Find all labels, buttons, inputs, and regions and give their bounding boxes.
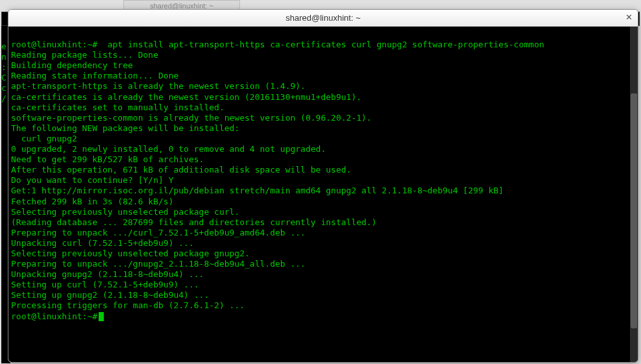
output-line: Setting up curl (7.52.1-5+deb9u9) ... xyxy=(11,280,199,289)
output-line: Fetched 299 kB in 3s (82.6 kB/s) xyxy=(11,197,173,206)
scrollbar[interactable] xyxy=(630,27,638,362)
output-line: Selecting previously unselected package … xyxy=(11,207,239,217)
output-line: curl gnupg2 xyxy=(11,134,77,143)
prompt-line-1: root@linuxhint:~# apt install apt-transp… xyxy=(11,40,544,49)
output-line: The following NEW packages will be insta… xyxy=(11,123,239,133)
output-line: ca-certificates set to manually installe… xyxy=(11,103,224,112)
output-line: software-properties-common is already th… xyxy=(11,113,372,123)
output-line: Get:1 http://mirror.isoc.org.il/pub/debi… xyxy=(11,186,503,195)
output-line: Reading package lists... Done xyxy=(11,50,158,60)
output-line: Unpacking gnupg2 (2.1.18-8~deb9u4) ... xyxy=(11,269,204,279)
output-line: Preparing to unpack .../gnupg2_2.1.18-8~… xyxy=(11,259,306,269)
output-line: Preparing to unpack .../curl_7.52.1-5+de… xyxy=(11,228,306,237)
output-line: Building dependency tree xyxy=(11,60,133,70)
terminal-output[interactable]: root@linuxhint:~# apt install apt-transp… xyxy=(8,27,638,362)
terminal-window: shared@linuxhint: ~ ✕ root@linuxhint:~# … xyxy=(8,9,638,363)
close-button[interactable]: ✕ xyxy=(623,13,634,23)
output-line: After this operation, 671 kB of addition… xyxy=(11,165,351,175)
prompt-line-2: root@linuxhint:~# xyxy=(11,311,97,321)
scrollbar-thumb[interactable] xyxy=(631,93,637,328)
output-line: Reading state information... Done xyxy=(11,71,178,80)
output-line: (Reading database ... 287699 files and d… xyxy=(11,217,377,227)
window-title: shared@linuxhint: ~ xyxy=(285,13,360,23)
output-line: Selecting previously unselected package … xyxy=(11,249,250,258)
output-line: Do you want to continue? [Y/n] Y xyxy=(11,175,173,185)
output-line: Unpacking curl (7.52.1-5+deb9u9) ... xyxy=(11,238,194,248)
output-line: ca-certificates is already the newest ve… xyxy=(11,92,361,102)
output-line: 0 upgraded, 2 newly installed, 0 to remo… xyxy=(11,144,326,154)
output-line: Processing triggers for man-db (2.7.6.1-… xyxy=(11,300,245,310)
output-line: Setting up gnupg2 (2.1.18-8~deb9u4) ... xyxy=(11,290,209,300)
output-line: Need to get 299 kB/527 kB of archives. xyxy=(11,154,204,164)
cursor-icon xyxy=(99,312,104,321)
output-line: apt-transport-https is already the newes… xyxy=(11,81,306,91)
titlebar[interactable]: shared@linuxhint: ~ ✕ xyxy=(8,10,638,27)
